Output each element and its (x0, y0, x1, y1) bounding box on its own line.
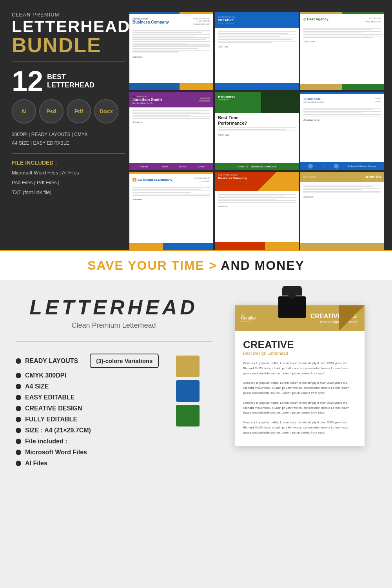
count-row: 12 BEST LETTERHEAD (12, 67, 125, 95)
lorem-4: Contrary to popular belief, Lorem Ipsum … (243, 420, 357, 435)
divider-bottom (16, 341, 212, 342)
bullet-dot (16, 417, 21, 422)
preview-8: CO Professional Business.Company Jonatha… (215, 172, 299, 250)
swatch-gold (176, 356, 200, 377)
preview-6: ◇ Business www.yourbusiness.com Email:Ph… (300, 92, 384, 170)
binder-clip (278, 286, 306, 318)
preview-2: CO Best Agency CREATIVE Design Letterhea… (215, 12, 299, 90)
count-label: BEST LETTERHEAD (47, 73, 94, 89)
divider-2 (12, 153, 125, 154)
bullet-dot (16, 439, 21, 444)
specs-text: 300DPI | READY LAYOUTS | CMYK A4 SIZE | … (12, 131, 125, 147)
preview-4: 📱 Letterhead Jonathan Smith Mr. Jonathan… (129, 92, 213, 170)
variations-badge: (3)-colore Variations (90, 354, 159, 368)
bullet-dot (16, 450, 21, 455)
lorem-2: Contrary to popular belief, Lorem Ipsum … (243, 381, 357, 396)
feature-item: Microsoft Word Files (16, 449, 159, 456)
save-highlight: SAVE YOUR TIME > (87, 258, 217, 272)
color-swatches (176, 356, 200, 426)
bottom-section: LETTERHEAD Clean Premium Letterhead READ… (0, 280, 392, 588)
top-section: CLEAN PREMIUM LETTERHEAD BUNDLE 12 BEST … (0, 0, 392, 250)
lorem-1: Contrary to popular belief, Lorem Ipsum … (243, 361, 357, 376)
save-text: SAVE YOUR TIME > AND MONEY (8, 258, 384, 273)
bullet-dot (16, 395, 21, 400)
preview-7: 1 CO Business.Company Mr Jonathan Smithe… (129, 172, 213, 250)
lorem-3: Contrary to popular belief, Lorem Ipsum … (243, 401, 357, 416)
features-list: READY LAYOUTS (3)-colore Variations CMYK… (16, 354, 159, 471)
swatch-blue (176, 380, 200, 402)
bullet-dot (16, 373, 21, 378)
badge-pdf: Pdf (67, 99, 91, 123)
bullet-dot (16, 428, 21, 433)
feature-item: EASY EDITABLE (16, 394, 159, 401)
letterhead-title: LETTERHEAD (12, 18, 125, 35)
feature-item: CMYK 300DPI (16, 372, 159, 379)
preview-1: Professional Business.Company info@compa… (129, 12, 213, 90)
swatch-green (176, 405, 200, 426)
feature-item: A4 SIZE (16, 383, 159, 390)
bullet-dot (16, 406, 21, 411)
bullet-dot (16, 384, 21, 389)
file-included-text: Microsoft Word Files | AI Files Psd File… (12, 168, 125, 197)
bullet-dot (16, 461, 21, 466)
save-normal: AND MONEY (217, 258, 305, 272)
creative-title: CREATIVE (243, 339, 357, 351)
badge-docx: Docx (94, 99, 118, 123)
bundle-title: BUNDLE (12, 35, 125, 55)
preview-5: ▶ Business Development Best Time Perform… (215, 92, 299, 170)
format-badges: Ai Psd Pdf Docx (12, 99, 125, 123)
bottom-left: LETTERHEAD Clean Premium Letterhead READ… (0, 280, 227, 588)
lh-card-1: CO Creative Business CREATIVE BUS Best D… (235, 305, 365, 446)
letterhead-label: LETTERHEAD (47, 81, 94, 89)
clean-premium-label: CLEAN PREMIUM (12, 12, 125, 18)
divider-1 (12, 61, 125, 62)
left-panel: CLEAN PREMIUM LETTERHEAD BUNDLE 12 BEST … (8, 12, 129, 250)
best-design-2: Best Design Letterhead (243, 351, 357, 356)
file-included-label: FILE INCLUDED : (12, 160, 125, 166)
preview-3: ◇ Best Agency +123 456 789info@agency.co… (300, 12, 384, 90)
save-banner: SAVE YOUR TIME > AND MONEY (0, 250, 392, 280)
feature-item: CREATIVE DESIGN (16, 405, 159, 412)
best-label: BEST (47, 73, 94, 81)
preview-9: ICO Summit JOHN DO Signature (300, 172, 384, 250)
letterhead-big: LETTERHEAD (16, 296, 212, 319)
badge-ai: Ai (12, 99, 36, 123)
feature-item: SIZE : A4 (21×29.7CM) (16, 427, 159, 434)
bottom-right: CO Creative Business CREATIVE BUS Best D… (227, 280, 392, 588)
bullet-dot (16, 358, 21, 364)
feature-item: READY LAYOUTS (3)-colore Variations (16, 354, 159, 368)
clean-premium-sub: Clean Premium Letterhead (16, 321, 212, 330)
feature-item: FULLY EDITABLE (16, 416, 159, 423)
feature-item: File included : (16, 438, 159, 445)
feature-item: AI Files (16, 460, 159, 467)
preview-grid: Professional Business.Company info@compa… (129, 12, 384, 250)
count-number: 12 (12, 67, 43, 95)
badge-psd: Psd (39, 99, 64, 123)
